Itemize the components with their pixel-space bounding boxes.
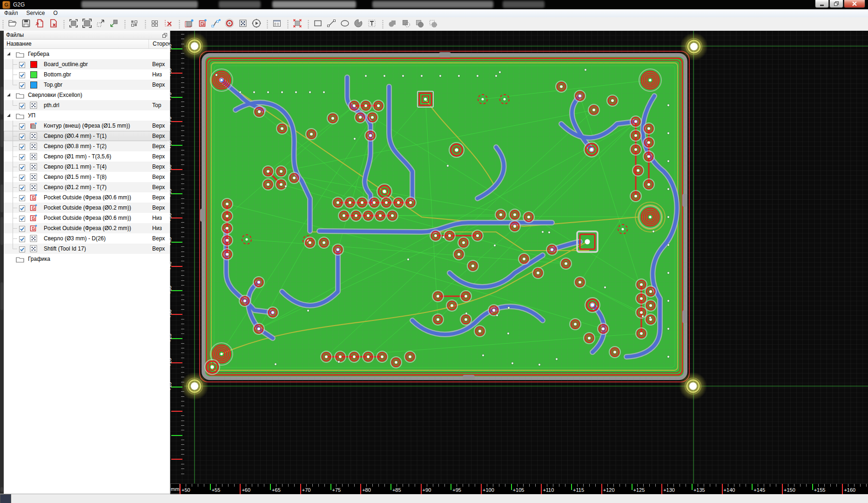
tree-row[interactable]: Bottom.gbrНиз: [4, 69, 170, 80]
tree-row[interactable]: Pocket Outside (Фреза (Ø0.6 mm))Верх: [4, 192, 170, 203]
toolbar-open-folder-button[interactable]: [6, 18, 19, 31]
tree-row[interactable]: Shtift (Tool Id 17)Верх: [4, 244, 170, 254]
toolbar-panelize-button[interactable]: [128, 18, 141, 31]
toolbar-draw-pie-button[interactable]: [351, 18, 365, 31]
bool-subtract-icon: [401, 18, 411, 30]
ruler-tick: [288, 484, 289, 487]
toolbar-grip[interactable]: [266, 19, 269, 29]
tree-row[interactable]: Сверло (Ø1.5 mm) - T(8)Верх: [4, 172, 170, 182]
toolbar-zoom-selection-button[interactable]: [67, 18, 80, 31]
ruler-tick: [171, 314, 182, 315]
ruler-tick: [421, 484, 422, 494]
toolbar-close-file-button[interactable]: [46, 18, 60, 31]
toolbar-draw-ellipse-button[interactable]: [338, 18, 351, 31]
toolbar-draw-text-button[interactable]: [365, 18, 378, 31]
tree-row[interactable]: Сверло (Ø1 mm) - T(3,5,6)Верх: [4, 151, 170, 162]
toolbar-grip[interactable]: [63, 19, 65, 29]
toolbar-grip[interactable]: [382, 19, 384, 29]
toolbar-new-layer-button[interactable]: [182, 18, 195, 31]
tree-row[interactable]: Pocket Outside (Фреза (Ø0.6 mm))Низ: [4, 213, 170, 223]
ruler-tick: [505, 484, 505, 487]
close-button[interactable]: [844, 0, 865, 8]
titlebar-blur: [219, 1, 261, 8]
restore-button[interactable]: [829, 0, 843, 8]
toolbar-bool-xor-button[interactable]: [426, 18, 439, 31]
menu-item-0[interactable]: Файл: [0, 9, 22, 17]
toolbar-pocket-button[interactable]: [195, 18, 209, 31]
toolbar-grip[interactable]: [124, 19, 126, 29]
toolbar-grip[interactable]: [2, 19, 4, 29]
menu-item-1[interactable]: Service: [22, 9, 49, 17]
toolbar-bool-intersect-button[interactable]: [412, 18, 426, 31]
titlebar-blur: [372, 1, 493, 8]
ruler-label: +130: [663, 487, 675, 493]
toolbar-mill-run-button[interactable]: [249, 18, 263, 31]
toolbar-zoom-in-button[interactable]: [107, 18, 121, 31]
ruler-tick: [181, 319, 184, 319]
file-label: Сверло (Ø0.8 mm) - T(2): [44, 141, 107, 151]
ruler-tick: [181, 203, 184, 204]
toolbar-import-file-button[interactable]: [33, 18, 46, 31]
tree-row[interactable]: Сверло (Ø1.2 mm) - T(7)Верх: [4, 182, 170, 192]
toolbar-grip[interactable]: [307, 19, 310, 29]
tree-row[interactable]: Pocket Outside (Фреза (Ø0.2 mm))Низ: [4, 223, 170, 233]
toolbar-zoom-extents-button[interactable]: [80, 18, 94, 31]
zoom-out-icon: [95, 18, 106, 30]
toolbar-properties-button[interactable]: [270, 18, 283, 31]
file-tree: ГербераBoard_outline.gbrВерхBottom.gbrНи…: [4, 49, 170, 264]
tree-row[interactable]: Pocket Outside (Фреза (Ø0.2 mm))Верх: [4, 203, 170, 213]
tree-row[interactable]: Сверло (Ø0.8 mm) - T(2)Верх: [4, 141, 170, 151]
toolbar-grip[interactable]: [287, 19, 289, 29]
pcb-canvas[interactable]: +85+80+75+70+65+60+55+50+45+40+35+30+25+…: [170, 31, 868, 494]
ruler-tick: [752, 484, 753, 490]
expander-icon[interactable]: [7, 52, 11, 56]
toolbar-zoom-out-button[interactable]: [94, 18, 107, 31]
file-side: Верх: [152, 172, 165, 182]
toolbar-draw-line-button[interactable]: [324, 18, 338, 31]
tree-row[interactable]: Сверло (Ø0.4 mm) - T(1)Верх: [4, 131, 170, 141]
close-file-icon: [48, 18, 58, 30]
tree-row[interactable]: Графика: [4, 254, 170, 264]
status-corner-button[interactable]: [0, 494, 11, 503]
toolbar-bool-union-button[interactable]: [385, 18, 399, 31]
column-name[interactable]: Название: [7, 40, 32, 48]
toolbar-grip[interactable]: [178, 19, 181, 29]
ruler-tick: [181, 232, 184, 232]
ruler-tick: [806, 484, 807, 487]
files-panel-header[interactable]: Файлы: [4, 31, 170, 40]
ruler-tick: [181, 353, 184, 353]
tree-row[interactable]: Сверло (Ø1.1 mm) - T(4)Верх: [4, 162, 170, 172]
toolbar-bool-subtract-button[interactable]: [399, 18, 412, 31]
minimize-button[interactable]: [815, 0, 829, 8]
tree-row[interactable]: Сверловки (Excellon): [4, 90, 170, 100]
toolbar-drill-button[interactable]: [236, 18, 249, 31]
tree-row[interactable]: Top.gbrВерх: [4, 80, 170, 90]
ruler-tick: [181, 271, 184, 271]
tree-row[interactable]: pth.drlTop: [4, 100, 170, 110]
ruler-tick: [643, 484, 644, 487]
toolbar-pad-button[interactable]: [222, 18, 236, 31]
expander-icon[interactable]: [7, 114, 11, 117]
toolbar-draw-rect-button[interactable]: [311, 18, 324, 31]
toolbar-delete-button[interactable]: [161, 18, 175, 31]
tree-row[interactable]: УП: [4, 110, 170, 121]
ruler-tick: [632, 484, 632, 490]
ruler-tick: [595, 484, 596, 487]
menu-item-2[interactable]: О: [49, 9, 62, 17]
tree-row[interactable]: Сверло (Ø3 mm) - D(26)Верх: [4, 233, 170, 244]
tree-row[interactable]: Гербера: [4, 49, 170, 59]
expander-icon[interactable]: [7, 93, 11, 97]
toolbar-grip[interactable]: [144, 19, 147, 29]
toolbar-copy-array-button[interactable]: [148, 18, 161, 31]
delete-icon: [163, 18, 174, 30]
tree-row[interactable]: Board_outline.gbrВерх: [4, 59, 170, 69]
tree-connector: [13, 177, 17, 177]
toolbar-transform-button[interactable]: [290, 18, 304, 31]
toolbar-path-button[interactable]: [209, 18, 222, 31]
file-label: Pocket Outside (Фреза (Ø0.6 mm)): [44, 192, 131, 203]
ruler-tick: [294, 484, 295, 487]
ruler-tick: [181, 160, 184, 160]
toolbar-save-button[interactable]: [19, 18, 33, 31]
expander-icon[interactable]: [7, 257, 11, 261]
tree-row[interactable]: Контур (внеш) (Фреза (Ø1.5 mm))Верх: [4, 121, 170, 131]
